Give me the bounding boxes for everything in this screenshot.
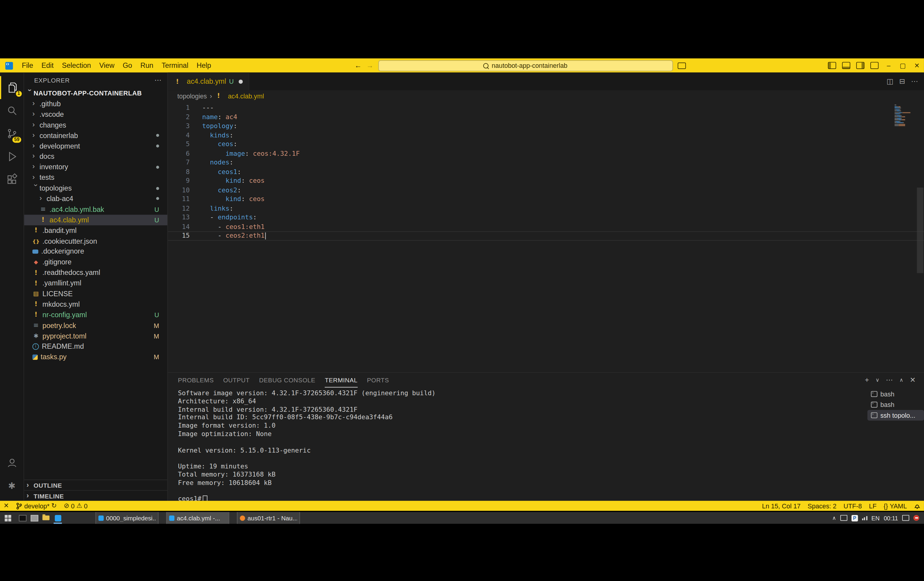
- timeline-section[interactable]: › TIMELINE: [24, 490, 168, 501]
- code-line[interactable]: 8 ceos1:: [168, 167, 924, 176]
- activity-bar-item-source-control[interactable]: 59: [1, 122, 23, 145]
- menu-file[interactable]: File: [18, 58, 38, 73]
- breadcrumb-folder[interactable]: topologies: [178, 93, 207, 99]
- branch-item[interactable]: develop* ↻: [13, 501, 60, 511]
- code-line[interactable]: 13 - endpoints:: [168, 213, 924, 222]
- settings-gear-icon[interactable]: ✱: [1, 474, 23, 497]
- indentation[interactable]: Spaces: 2: [804, 502, 840, 510]
- notifications-bell[interactable]: [911, 502, 924, 510]
- explorer-file-readthedocs-yaml[interactable]: .readthedocs.yaml: [24, 267, 168, 278]
- toggle-primary-sidebar-icon[interactable]: [828, 62, 837, 69]
- close-button[interactable]: ✕: [910, 58, 924, 73]
- panel-tab-output[interactable]: OUTPUT: [223, 373, 249, 387]
- code-line[interactable]: 5 ceos:: [168, 140, 924, 149]
- menu-terminal[interactable]: Terminal: [157, 58, 193, 73]
- problems-item[interactable]: ⊘ 0 ⚠ 0: [60, 501, 91, 511]
- terminal-list-item-ssh-topolo[interactable]: ssh topolo...: [867, 410, 924, 420]
- forward-arrow-icon[interactable]: →: [366, 61, 374, 70]
- notification-center-icon[interactable]: [902, 515, 909, 521]
- explorer-file-bandit-yml[interactable]: .bandit.yml: [24, 225, 168, 235]
- explorer-folder-vscode[interactable]: ›.vscode: [24, 109, 168, 119]
- toggle-panel-icon[interactable]: ⊟: [899, 77, 905, 86]
- explorer-file-nr-config-yaml[interactable]: nr-config.yamlU: [24, 310, 168, 320]
- code-line[interactable]: 6 image: ceos:4.32.1F: [168, 149, 924, 158]
- toggle-secondary-sidebar-icon[interactable]: [856, 62, 865, 69]
- accounts-icon[interactable]: [1, 451, 23, 475]
- remote-window-icon[interactable]: [678, 62, 686, 69]
- code-editor[interactable]: 1---2name: ac43topology:4 kinds:5 ceos:6…: [168, 101, 924, 372]
- terminal-list-item-bash[interactable]: bash: [867, 399, 924, 410]
- code-line[interactable]: 14 - ceos1:eth1: [168, 222, 924, 231]
- panel-tab-debug-console[interactable]: DEBUG CONSOLE: [259, 373, 315, 387]
- eol-sequence[interactable]: LF: [866, 502, 880, 510]
- encoding[interactable]: UTF-8: [840, 502, 866, 510]
- explorer-file-cookiecutter-json[interactable]: .cookiecutter.json: [24, 235, 168, 246]
- customize-layout-icon[interactable]: [870, 62, 879, 69]
- explorer-folder-github[interactable]: ›.github: [24, 98, 168, 109]
- code-line[interactable]: 12 links:: [168, 204, 924, 213]
- taskbar-window-0000-simpledesi[interactable]: 0000_simpledesi...: [95, 512, 158, 524]
- back-arrow-icon[interactable]: ←: [355, 61, 362, 70]
- code-line[interactable]: 4 kinds:: [168, 131, 924, 139]
- explorer-folder-containerlab[interactable]: ›containerlab: [24, 130, 168, 141]
- explorer-file-yamllint-yml[interactable]: .yamllint.yml: [24, 278, 168, 288]
- minimap[interactable]: [894, 104, 915, 127]
- activity-bar-item-search[interactable]: [1, 99, 23, 122]
- explorer-folder-changes[interactable]: ›changes: [24, 120, 168, 130]
- maximize-button[interactable]: ▢: [896, 58, 910, 73]
- code-line[interactable]: 7 nodes:: [168, 158, 924, 167]
- code-line[interactable]: 3topology:: [168, 122, 924, 131]
- input-language[interactable]: EN: [871, 515, 879, 521]
- editor-scrollbar-thumb[interactable]: [917, 187, 923, 273]
- explorer-file-mkdocs-yml[interactable]: mkdocs.yml: [24, 299, 168, 310]
- language-mode[interactable]: {} YAML: [880, 502, 910, 510]
- explorer-folder-clab-ac4[interactable]: ›clab-ac4: [24, 194, 168, 204]
- tab-ac4-clab-yml[interactable]: ac4.clab.yml U: [168, 73, 249, 90]
- tray-p-icon[interactable]: P: [851, 515, 858, 521]
- code-line[interactable]: 9 kind: ceos: [168, 177, 924, 185]
- explorer-file-tasks-py[interactable]: tasks.pyM: [24, 352, 168, 362]
- stop-session-icon[interactable]: [914, 515, 919, 521]
- menu-view[interactable]: View: [95, 58, 119, 73]
- taskbar-quick-vscode[interactable]: [52, 512, 64, 524]
- taskbar-window-aus01-rtr1-nau[interactable]: aus01-rtr1 - Nau...: [237, 512, 300, 524]
- panel-tab-terminal[interactable]: TERMINAL: [325, 373, 357, 387]
- cursor-position[interactable]: Ln 15, Col 17: [759, 502, 804, 510]
- activity-bar-item-explorer[interactable]: 1: [0, 76, 24, 99]
- explorer-file-poetry-lock[interactable]: poetry.lockM: [24, 320, 168, 331]
- menu-help[interactable]: Help: [193, 58, 215, 73]
- code-line[interactable]: 15 - ceos2:eth1: [168, 231, 924, 240]
- menu-run[interactable]: Run: [136, 58, 157, 73]
- breadcrumb[interactable]: topologies › ac4.clab.yml: [168, 90, 924, 101]
- explorer-file-pyproject-toml[interactable]: pyproject.tomlM: [24, 331, 168, 341]
- menu-selection[interactable]: Selection: [58, 58, 95, 73]
- explorer-root-folder[interactable]: › NAUTOBOT-APP-CONTAINERLAB: [24, 88, 168, 98]
- code-line[interactable]: 10 ceos2:: [168, 185, 924, 194]
- terminal-list-item-bash[interactable]: bash: [867, 389, 924, 399]
- dirty-indicator-icon[interactable]: [238, 79, 243, 83]
- tray-app-icon[interactable]: [840, 515, 847, 521]
- explorer-file-dockerignore[interactable]: .dockerignore: [24, 247, 168, 257]
- start-button[interactable]: [5, 515, 12, 521]
- explorer-file-ac4-clab-yml[interactable]: ac4.clab.ymlU: [24, 215, 168, 225]
- explorer-folder-tests[interactable]: ›tests: [24, 172, 168, 183]
- minimize-button[interactable]: –: [881, 58, 896, 73]
- toggle-panel-icon[interactable]: [842, 62, 851, 69]
- explorer-folder-docs[interactable]: ›docs: [24, 151, 168, 162]
- menu-edit[interactable]: Edit: [38, 58, 58, 73]
- explorer-folder-topologies[interactable]: ›topologies: [24, 183, 168, 194]
- taskbar-quick-window[interactable]: [28, 512, 40, 524]
- remote-indicator[interactable]: ✕: [0, 501, 13, 511]
- taskbar-window-ac4-clab-yml[interactable]: ac4.clab.yml -...: [166, 512, 229, 524]
- clock[interactable]: 00:11: [884, 515, 898, 521]
- code-line[interactable]: 11 kind: ceos: [168, 195, 924, 204]
- taskbar-quick-file-explorer[interactable]: [40, 512, 52, 524]
- explorer-folder-inventory[interactable]: ›inventory: [24, 162, 168, 172]
- maximize-panel-icon[interactable]: ∧: [899, 377, 903, 383]
- network-icon[interactable]: [862, 516, 867, 520]
- explorer-file-ac4-clab-yml-bak[interactable]: .ac4.clab.yml.bakU: [24, 204, 168, 215]
- new-terminal-icon[interactable]: +: [865, 376, 869, 384]
- explorer-folder-development[interactable]: ›development: [24, 141, 168, 151]
- explorer-file-readme-md[interactable]: README.md: [24, 341, 168, 352]
- activity-bar-item-extensions[interactable]: [1, 168, 23, 191]
